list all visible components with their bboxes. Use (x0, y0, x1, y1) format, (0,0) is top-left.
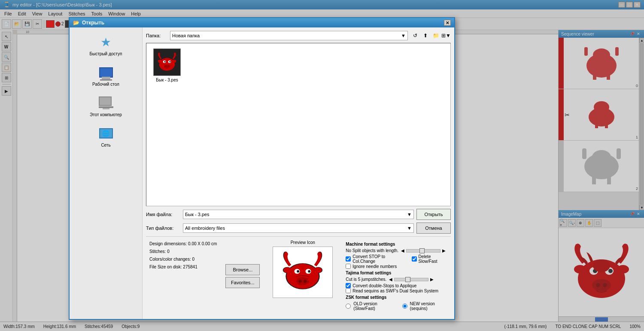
computer-icon (98, 95, 114, 111)
nav-new-folder-btn[interactable]: 📁 (431, 31, 440, 40)
file-name-0: Бык - 3.pes (156, 78, 178, 82)
nav-quick-access-label: Быстрый доступ (90, 51, 122, 56)
folder-label: Папка: (146, 33, 167, 38)
cancel-button[interactable]: Отмена (416, 223, 451, 234)
old-version-radio[interactable] (346, 304, 351, 309)
svg-point-31 (172, 60, 176, 63)
svg-point-51 (299, 280, 302, 283)
old-version-label: OLD version (Slow/Fast) (353, 301, 393, 311)
bottom-info: Design dimensions: 0.00 X 0.00 cm Stitch… (146, 236, 451, 316)
svg-point-37 (165, 66, 167, 67)
desktop-icon (98, 65, 114, 80)
dialog-overlay: 📂 Открыть ✕ ★ Быстрый доступ (0, 0, 644, 331)
cut-slider-thumb[interactable] (405, 277, 410, 282)
design-actions: Browse... Favorites... (225, 240, 260, 312)
quick-access-icon: ★ (98, 34, 114, 50)
nav-quick-access[interactable]: ★ Быстрый доступ (70, 31, 142, 60)
preview-image (273, 247, 333, 298)
nav-view-btn[interactable]: ⊞▼ (441, 31, 451, 40)
zsk-settings-title: ZSK format settings (346, 295, 447, 300)
cut-row: Cut is 5 jumpstitches. ◀ ▶ (346, 277, 447, 282)
nav-network[interactable]: 🌐 Сеть (70, 122, 142, 151)
nav-desktop-label: Рабочий стол (92, 82, 119, 87)
network-icon: 🌐 (98, 126, 114, 141)
svg-point-45 (314, 267, 322, 273)
design-info: Design dimensions: 0.00 X 0.00 cm Stitch… (149, 240, 217, 312)
convert-double-checkbox[interactable] (346, 283, 351, 288)
zsk-version-row: OLD version (Slow/Fast) NEW version (seq… (346, 301, 447, 311)
nav-network-label: Сеть (101, 143, 110, 147)
dialog-title-bar: 📂 Открыть ✕ (70, 18, 454, 27)
preview-svg (275, 249, 331, 296)
no-split-slider[interactable]: ◀ ▶ (401, 248, 446, 253)
ignore-needle-checkbox[interactable] (346, 264, 351, 269)
cut-label: Cut is 5 jumpstitches. (346, 277, 386, 282)
preview-label: Preview Icon (291, 240, 315, 245)
file-name-value: Бык - 3.pes (185, 212, 210, 217)
nav-computer[interactable]: Этот компьютер (70, 92, 142, 120)
read-sequins-checkbox[interactable] (346, 288, 351, 293)
file-type-arrow: ▼ (407, 226, 412, 231)
slider-left-arrow[interactable]: ◀ (401, 248, 404, 253)
svg-point-35 (169, 61, 170, 62)
preview-area: Preview Icon (268, 240, 337, 312)
file-type-row: Тип файлов: All embroidery files ▼ Отмен… (146, 223, 451, 234)
svg-point-38 (167, 66, 169, 67)
file-name-input[interactable]: Бык - 3.pes ▼ (183, 210, 414, 219)
machine-settings: Machine format settings No Split objects… (346, 240, 447, 312)
read-sequins-row: Read sequins as SWF's Dual Sequin System (346, 288, 447, 293)
nav-back-btn[interactable]: ↺ (410, 31, 420, 40)
file-name-label: Имя файла: (146, 212, 180, 217)
file-name-row: Имя файла: Бык - 3.pes ▼ Открыть (146, 209, 451, 220)
dialog-folder-icon: 📂 (73, 20, 79, 26)
file-type-select[interactable]: All embroidery files ▼ (183, 223, 414, 233)
file-list: Бык - 3.pes (146, 43, 451, 206)
machine-settings-title: Machine format settings (346, 242, 447, 247)
favorites-button[interactable]: Favorites... (225, 277, 260, 288)
svg-point-29 (159, 58, 175, 71)
svg-point-49 (308, 270, 311, 273)
convert-stop-checkbox[interactable] (346, 256, 351, 262)
new-version-label: NEW version (sequins) (410, 301, 448, 311)
file-type-label: Тип файлов: (146, 226, 180, 231)
folder-value: Новая папка (172, 33, 200, 38)
nav-desktop[interactable]: Рабочий стол (70, 61, 142, 90)
cut-slider-left[interactable]: ◀ (389, 277, 392, 282)
folder-dropdown-arrow: ▼ (401, 33, 406, 38)
dialog-main-content: Папка: Новая папка ▼ ↺ ⬆ 📁 ⊞▼ (143, 27, 454, 319)
browse-button[interactable]: Browse... (225, 264, 260, 275)
convert-double-row: Convert double-Stops to Applique (346, 283, 447, 288)
new-version-radio[interactable] (402, 304, 407, 309)
file-item-0[interactable]: Бык - 3.pes (150, 47, 184, 84)
design-filesize: File Size on disk: 275841 (149, 263, 217, 271)
nav-buttons: ↺ ⬆ 📁 ⊞▼ (410, 31, 451, 40)
dialog-toolbar: Папка: Новая папка ▼ ↺ ⬆ 📁 ⊞▼ (146, 31, 451, 40)
slider-thumb[interactable] (419, 248, 425, 253)
svg-point-36 (164, 64, 170, 68)
delete-slow-checkbox[interactable] (412, 256, 417, 262)
dialog-title-left: 📂 Открыть (73, 20, 104, 26)
no-split-row: No Split objects with length. ◀ ▶ (346, 248, 447, 253)
dialog-close-button[interactable]: ✕ (444, 20, 451, 26)
convert-stop-row: Convert STOP to Col.Change Delete Slow/F… (346, 254, 447, 264)
open-dialog: 📂 Открыть ✕ ★ Быстрый доступ (69, 17, 455, 320)
svg-point-48 (297, 270, 300, 273)
design-stitches: Stitches: 0 (149, 248, 217, 256)
cut-slider-right[interactable]: ▶ (430, 277, 434, 282)
open-button[interactable]: Открыть (416, 209, 451, 220)
cut-slider[interactable]: ◀ ▶ (389, 277, 434, 282)
design-colors: Colors/color changes: 0 (149, 256, 217, 263)
no-split-label: No Split objects with length. (346, 248, 398, 253)
svg-point-44 (284, 267, 292, 273)
svg-point-30 (158, 60, 162, 63)
dialog-body: ★ Быстрый доступ Рабочий стол (70, 27, 454, 319)
cut-slider-track[interactable] (394, 278, 428, 281)
slider-right-arrow[interactable]: ▶ (442, 248, 446, 253)
dialog-nav: ★ Быстрый доступ Рабочий стол (70, 27, 143, 319)
slider-track[interactable] (406, 249, 440, 253)
file-thumb-svg (154, 49, 180, 75)
svg-point-34 (164, 61, 165, 62)
nav-up-btn[interactable]: ⬆ (421, 31, 430, 40)
folder-dropdown[interactable]: Новая папка ▼ (170, 31, 408, 40)
file-thumbnail-0 (153, 48, 181, 76)
